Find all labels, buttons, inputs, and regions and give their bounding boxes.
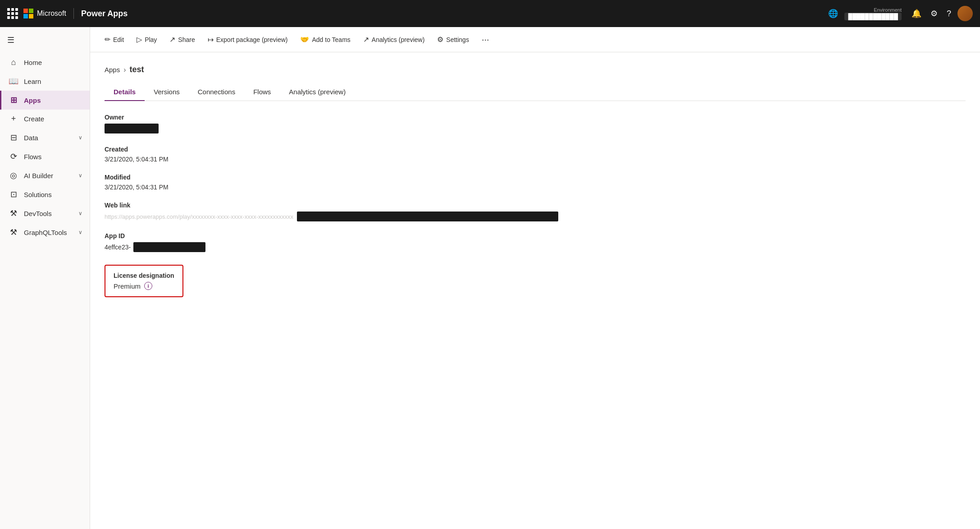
user-avatar[interactable] <box>957 6 973 21</box>
topbar-divider <box>73 8 74 19</box>
sidebar-item-solutions[interactable]: ⊡ Solutions <box>0 185 90 204</box>
weblink-area: https://apps.powerapps.com/play/xxxxxxxx… <box>105 212 966 221</box>
sidebar-item-learn[interactable]: 📖 Learn <box>0 72 90 91</box>
share-button[interactable]: ↗ Share <box>164 32 200 46</box>
top-navigation-bar: Microsoft Power Apps 🌐 Environment █████… <box>0 0 980 27</box>
settings-toolbar-button[interactable]: ⚙ Settings <box>432 32 474 46</box>
environment-selector[interactable]: Environment ████████████ <box>844 7 902 20</box>
breadcrumb: Apps › test <box>105 65 966 74</box>
microsoft-label: Microsoft <box>37 9 66 18</box>
learn-icon: 📖 <box>9 76 18 86</box>
weblink-label: Web link <box>105 202 966 209</box>
sidebar-item-ai-builder-label: AI Builder <box>24 172 73 179</box>
tab-versions[interactable]: Versions <box>145 83 189 101</box>
sidebar-item-home-label: Home <box>24 59 82 66</box>
sidebar-item-learn-label: Learn <box>24 78 82 85</box>
settings-toolbar-icon: ⚙ <box>437 35 443 44</box>
tab-analytics[interactable]: Analytics (preview) <box>280 83 355 101</box>
ms-logo-yellow <box>29 14 33 18</box>
topbar-right-section: 🌐 Environment ████████████ 🔔 ⚙ ? <box>825 6 973 21</box>
sidebar-item-data[interactable]: ⊟ Data ∨ <box>0 128 90 147</box>
export-label: Export package (preview) <box>216 36 288 43</box>
edit-label: Edit <box>113 36 124 43</box>
teams-icon: 🤝 <box>300 35 309 44</box>
tab-flows[interactable]: Flows <box>244 83 280 101</box>
created-label: Created <box>105 146 966 153</box>
play-icon: ▷ <box>137 35 142 44</box>
more-options-button[interactable]: ··· <box>478 32 493 46</box>
main-content: ✏ Edit ▷ Play ↗ Share ↦ Export package (… <box>90 27 980 529</box>
weblink-blurred-text: https://apps.powerapps.com/play/xxxxxxxx… <box>105 213 293 220</box>
license-value: Premium <box>114 282 141 290</box>
created-row: Created 3/21/2020, 5:04:31 PM <box>105 146 966 163</box>
weblink-redacted <box>297 212 558 221</box>
sidebar-item-devtools[interactable]: ⚒ DevTools ∨ <box>0 204 90 223</box>
ai-builder-chevron-icon: ∨ <box>78 172 82 179</box>
ai-builder-icon: ◎ <box>9 170 18 180</box>
tab-details[interactable]: Details <box>105 83 145 101</box>
share-label: Share <box>178 36 195 43</box>
help-button[interactable]: ? <box>944 6 954 21</box>
hamburger-menu[interactable]: ☰ <box>0 31 90 50</box>
owner-row: Owner <box>105 114 966 135</box>
graphqltools-icon: ⚒ <box>9 227 18 237</box>
action-toolbar: ✏ Edit ▷ Play ↗ Share ↦ Export package (… <box>90 27 980 52</box>
sidebar-item-create[interactable]: + Create <box>0 110 90 128</box>
sidebar-item-create-label: Create <box>24 115 82 123</box>
license-row: License designation Premium i <box>105 263 966 297</box>
apps-grid-icon[interactable] <box>7 8 18 19</box>
main-layout: ☰ ⌂ Home 📖 Learn ⊞ Apps + Create ⊟ Data … <box>0 27 980 529</box>
graphqltools-chevron-icon: ∨ <box>78 229 82 235</box>
solutions-icon: ⊡ <box>9 189 18 199</box>
environment-name: ████████████ <box>844 13 902 20</box>
sidebar-item-solutions-label: Solutions <box>24 191 82 198</box>
add-to-teams-label: Add to Teams <box>312 36 350 43</box>
create-icon: + <box>9 114 18 124</box>
breadcrumb-current: test <box>130 65 144 74</box>
devtools-chevron-icon: ∨ <box>78 210 82 216</box>
sidebar-item-flows[interactable]: ⟳ Flows <box>0 147 90 166</box>
created-value: 3/21/2020, 5:04:31 PM <box>105 156 966 163</box>
globe-icon-button[interactable]: 🌐 <box>825 6 841 21</box>
analytics-button[interactable]: ↗ Analytics (preview) <box>358 32 430 46</box>
appid-label: App ID <box>105 232 966 239</box>
ms-logo-red <box>23 9 28 13</box>
breadcrumb-apps-link[interactable]: Apps <box>105 66 120 74</box>
add-to-teams-button[interactable]: 🤝 Add to Teams <box>295 32 356 46</box>
page-content: Apps › test Details Versions Connections… <box>90 52 980 529</box>
tab-connections[interactable]: Connections <box>189 83 244 101</box>
sidebar-item-devtools-label: DevTools <box>24 210 73 217</box>
detail-tabs: Details Versions Connections Flows Analy… <box>105 83 966 101</box>
sidebar-item-flows-label: Flows <box>24 153 82 161</box>
sidebar-item-graphqltools[interactable]: ⚒ GraphQLTools ∨ <box>0 223 90 242</box>
modified-value: 3/21/2020, 5:04:31 PM <box>105 184 966 191</box>
sidebar-item-home[interactable]: ⌂ Home <box>0 53 90 72</box>
settings-button[interactable]: ⚙ <box>928 6 940 21</box>
play-button[interactable]: ▷ Play <box>131 32 162 46</box>
edit-button[interactable]: ✏ Edit <box>99 32 129 46</box>
sidebar-item-apps[interactable]: ⊞ Apps <box>0 91 90 110</box>
appid-prefix: 4effce23- <box>105 244 131 251</box>
sidebar-item-apps-label: Apps <box>24 97 82 104</box>
export-package-button[interactable]: ↦ Export package (preview) <box>202 32 293 46</box>
sidebar: ☰ ⌂ Home 📖 Learn ⊞ Apps + Create ⊟ Data … <box>0 27 90 529</box>
license-label: License designation <box>114 272 174 279</box>
apps-icon: ⊞ <box>9 95 18 105</box>
appid-value-row: 4effce23- <box>105 242 966 252</box>
play-label: Play <box>145 36 157 43</box>
owner-value <box>105 124 966 135</box>
microsoft-brand: Microsoft <box>23 9 66 18</box>
info-icon[interactable]: i <box>144 282 152 290</box>
devtools-icon: ⚒ <box>9 208 18 218</box>
owner-redacted <box>105 124 159 133</box>
data-chevron-icon: ∨ <box>78 134 82 141</box>
analytics-label: Analytics (preview) <box>372 36 424 43</box>
appid-row: App ID 4effce23- <box>105 232 966 252</box>
sidebar-item-data-label: Data <box>24 134 73 142</box>
settings-label: Settings <box>446 36 469 43</box>
appid-redacted <box>133 242 205 252</box>
license-premium-row: Premium i <box>114 282 174 290</box>
export-icon: ↦ <box>208 35 214 44</box>
notification-button[interactable]: 🔔 <box>909 6 924 21</box>
sidebar-item-ai-builder[interactable]: ◎ AI Builder ∨ <box>0 166 90 185</box>
